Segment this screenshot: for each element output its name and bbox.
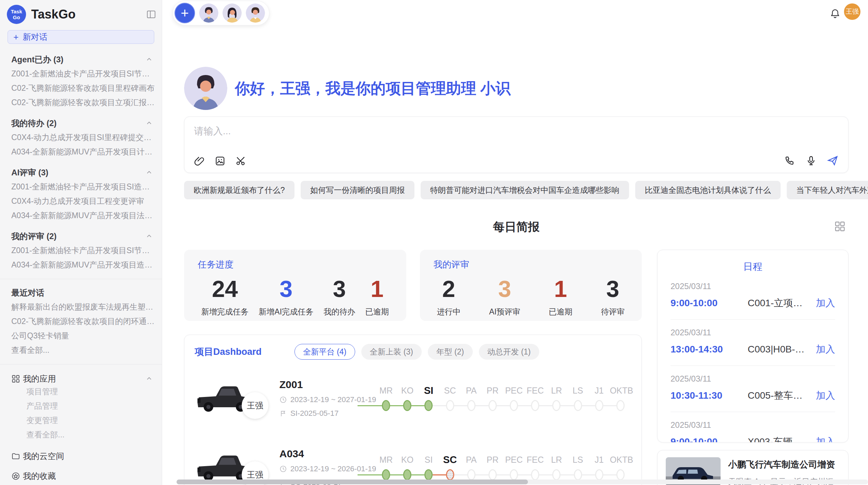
metric: 3 AI预评审 [489,276,520,317]
milestone-dot-row [589,399,610,413]
milestone-dot [446,400,454,411]
project-row: 王强 Z001 2023-12-19 ~ 2027-01-19 SI-2025-… [195,373,631,424]
dashboard-tabs: 全新平台 (4)全新上装 (3)年型 (2)动总开发 (1) [294,344,539,360]
project-dates: 2023-12-19 ~ 2027-01-19 [290,395,376,404]
agent-avatar-2[interactable] [222,3,242,23]
chevron-up-icon[interactable] [145,120,153,127]
chevron-up-icon[interactable] [145,56,153,63]
schedule-item-row: 13:00-14:30 C003|H0B-方案冻结评审 加入 [671,343,835,356]
schedule-join-link[interactable]: 加入 [816,297,835,310]
metric-label: 已逾期 [365,307,389,317]
user-avatar[interactable]: 王强 [844,3,860,20]
schedule-item: 2025/03/11 9:00-10:00 C001-立项审批会 加入 [671,273,835,320]
microphone-icon[interactable] [806,155,817,166]
suggestion-chip[interactable]: 特朗普可能对进口汽车增税会对中国车企造成哪些影响 [421,181,629,199]
section-items: Z001-全新燃油轻卡产品开发项目SI节点属性5D文件评审A034-全新新能源M… [11,243,155,272]
milestone: PA [461,453,482,482]
metric-label: 新增完成任务 [201,307,249,317]
my-apps-sub-item[interactable]: 查看全部... [11,427,155,442]
dashboard-tab[interactable]: 全新平台 (4) [294,344,355,360]
milestone-dot [489,469,497,480]
sidebar-list-item[interactable]: 解释最新出台的欧盟报废车法规再生塑料比例被调至15%... [11,300,155,314]
milestone-dot [510,469,518,480]
milestone: OKTB [610,453,631,482]
agent-avatar-3[interactable] [246,3,265,23]
suggestion-chip[interactable]: 如何写一份清晰的项目周报 [301,181,414,199]
project-flag-row: SI-2025-05-17 [279,409,366,418]
sidebar-list-item[interactable]: C0X4-动力总成开发项目SI里程碑提交物检查 [11,130,155,145]
sidebar-list-item[interactable]: C0X4-动力总成开发项目工程变更评审 [11,194,155,208]
notification-bell-icon[interactable] [830,8,841,20]
dashboard-tab[interactable]: 动总开发 (1) [479,344,540,360]
agent-avatar-1[interactable] [199,3,218,23]
stat-card: 任务进度 24 新增完成任务 3 新增AI完成任务 3 我的待办 1 已逾期 [184,250,406,321]
clock-icon [279,465,287,473]
sidebar-list-item[interactable]: Z001-全新燃油轻卡产品开发项目SI造型提交物评审 [11,179,155,194]
clock-icon [279,396,287,403]
sidebar-item-favorites[interactable]: 我的收藏 [11,471,155,482]
milestone-dot [552,400,560,411]
sidebar-list-item[interactable]: Z001-全新燃油轻卡产品开发项目SI节点属性5D文件评审 [11,243,155,258]
section-title: Agent已办 (3) [11,54,63,65]
phone-icon[interactable] [784,155,795,166]
metric-value: 3 [259,276,314,302]
horizontal-scrollbar[interactable] [177,480,868,484]
project-vehicle-image: 王强 [195,381,255,415]
dashboard-tab[interactable]: 年型 (2) [428,344,473,360]
milestone-label: J1 [589,453,610,469]
milestone-label: MR [375,453,397,469]
news-title: 小鹏飞行汽车制造公司增资 [728,459,840,471]
milestone-label: SC [439,384,461,399]
scrollbar-thumb[interactable] [177,480,528,484]
sidebar-list-item[interactable]: 公司Q3轻卡销量 [11,328,155,343]
new-chat-button[interactable]: + 新对话 [8,30,154,44]
schedule-join-link[interactable]: 加入 [816,343,835,356]
milestone-chain: MR KO SI SC PA PR [375,384,631,413]
metric: 1 已逾期 [549,276,572,317]
paperclip-icon[interactable] [194,156,205,166]
project-owner-badge: 王强 [242,392,268,419]
section-header: Agent已办 (3) [11,54,155,65]
image-icon[interactable] [215,156,226,166]
sidebar-item-my-apps[interactable]: 我的应用 [11,373,155,384]
schedule-date: 2025/03/11 [671,420,835,430]
sidebar-list-item[interactable]: A034-全新新能源MUV产品开发项目法规符合性评审 [11,208,155,223]
my-apps-sub-item[interactable]: 变更管理 [11,413,155,427]
suggestion-chip[interactable]: 当下年轻人对汽车外观有怎样的喜好趋势 [787,181,868,199]
suggestion-chip[interactable]: 比亚迪全固态电池计划具体说了什么 [635,181,781,199]
milestone-dot-row [461,399,482,413]
assistant-avatar [184,67,227,110]
dashboard-tab[interactable]: 全新上装 (3) [361,344,422,360]
milestone-label: FEC [525,384,546,399]
layout-grid-icon[interactable] [834,221,846,234]
milestone: PR [482,384,503,413]
logo-text-top: Task [11,9,22,14]
sidebar-list-item[interactable]: 查看全部... [11,343,155,357]
milestone: KO [397,453,418,482]
sidebar-list-item[interactable]: C02-飞腾新能源轻客改款项目里程碑画布 [11,81,155,95]
chevron-up-icon[interactable] [145,375,153,383]
suggestion-chip[interactable]: 欧洲新规最近颁布了什么? [184,181,294,199]
sidebar-collapse-icon[interactable] [146,9,156,20]
section-header: 我的待办 (2) [11,118,155,129]
chevron-up-icon[interactable] [145,233,153,240]
schedule-item-row: 10:30-11:30 C005-整车工程目标评审 加入 [671,389,835,402]
sidebar-list-item[interactable]: C02-飞腾新能源轻客改款项目立项汇报方案 [11,95,155,110]
sidebar-list-item[interactable]: A034-全新新能源MUV产品开发项目计划变更表编写 [11,145,155,159]
my-apps-sub-item[interactable]: 项目管理 [11,384,155,399]
sidebar-list-item[interactable]: Z001-全新燃油皮卡产品开发项目SI节点Lesson Learn报告 [11,66,155,81]
sidebar-list-item[interactable]: C02-飞腾新能源轻客改款项目的闭环通告反馈情况 [11,314,155,328]
my-apps-sub-item[interactable]: 产品管理 [11,399,155,413]
sidebar-item-cloud-space[interactable]: 我的云空间 [11,451,155,462]
scissors-icon[interactable] [235,156,246,166]
flag-icon [279,410,287,417]
schedule-join-link[interactable]: 加入 [816,389,835,402]
chat-input[interactable] [194,126,592,137]
add-agent-button[interactable]: + [174,3,195,23]
send-icon[interactable] [827,155,839,166]
sidebar-list-item[interactable]: A034-全新新能源MUV产品开发项目造型可行性评审 [11,258,155,272]
section-header: 我的评审 (2) [11,231,155,242]
chevron-up-icon[interactable] [145,169,153,176]
schedule-join-link[interactable]: 加入 [816,435,835,443]
milestone: LR [546,453,567,482]
